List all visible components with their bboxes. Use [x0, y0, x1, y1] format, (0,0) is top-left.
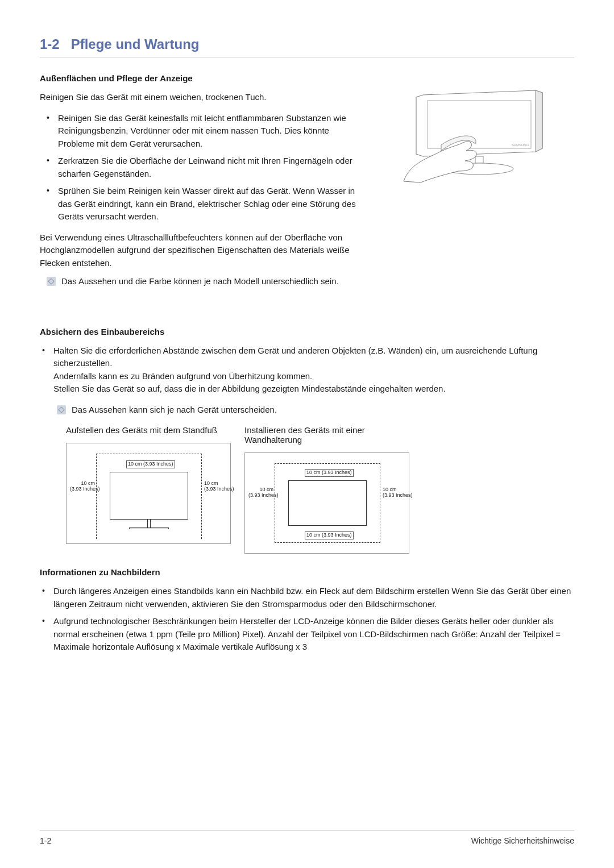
dim-label-left: 10 cm(3.93 Inches)	[70, 481, 95, 492]
page-footer: 1-2 Wichtige Sicherheitshinweise	[40, 830, 574, 845]
footer-right: Wichtige Sicherheitshinweise	[471, 836, 574, 845]
bullet-list: Reinigen Sie das Gerät keinesfalls mit l…	[40, 112, 358, 223]
note-text: Das Aussehen und die Farbe können je nac…	[61, 275, 339, 288]
list-item: Halten Sie die erforderlichen Abstände z…	[51, 344, 574, 396]
bullet-list: Halten Sie die erforderlichen Abstände z…	[40, 344, 574, 396]
svg-rect-2	[428, 101, 531, 148]
subheading-surfaces: Außenflächen und Pflege der Anzeige	[40, 73, 358, 83]
note: Das Aussehen kann sich je nach Gerät unt…	[40, 404, 574, 417]
paragraph: Bei Verwendung eines Ultraschallluftbefe…	[40, 231, 358, 270]
svg-rect-4	[475, 156, 483, 163]
section-number: 1-2	[40, 36, 60, 52]
note-icon	[47, 277, 56, 286]
footer-left: 1-2	[40, 836, 51, 845]
dim-label-bottom: 10 cm (3.93 Inches)	[305, 531, 354, 539]
list-item: Durch längeres Anzeigen eines Standbilds…	[51, 585, 574, 610]
note-text: Das Aussehen kann sich je nach Gerät unt…	[72, 404, 277, 417]
dim-label-left: 10 cm(3.93 Inches)	[248, 487, 273, 499]
section-title: Pflege und Wartung	[71, 36, 200, 52]
note: Das Aussehen und die Farbe können je nac…	[40, 275, 358, 288]
dim-label-top: 10 cm (3.93 Inches)	[126, 460, 175, 468]
subheading-clearance: Absichern des Einbaubereichs	[40, 327, 574, 337]
dim-label-right: 10 cm(3.93 Inches)	[204, 481, 233, 492]
list-item-text: Halten Sie die erforderlichen Abstände z…	[53, 346, 537, 368]
dim-label-right: 10 cm(3.93 Inches)	[383, 487, 411, 499]
list-item-text: Stellen Sie das Gerät so auf, dass die i…	[53, 384, 446, 393]
bullet-list: Durch längeres Anzeigen eines Standbilds…	[40, 585, 574, 654]
diagram-caption-stand: Aufstellen des Geräts mit dem Standfuß	[66, 425, 231, 435]
diagram-stand: 10 cm (3.93 Inches) 10 cm(3.93 Inches) 1…	[66, 443, 231, 544]
clearance-diagrams: Aufstellen des Geräts mit dem Standfuß 1…	[66, 425, 574, 554]
list-item: Aufgrund technologischer Beschränkungen …	[51, 615, 574, 654]
list-item: Zerkratzen Sie die Oberfläche der Leinwa…	[56, 155, 358, 180]
diagram-caption-wall: Installieren des Geräts mit einer Wandha…	[244, 425, 409, 445]
section-header: 1-2 Pflege und Wartung	[40, 36, 574, 57]
svg-text:SAMSUNG: SAMSUNG	[512, 143, 529, 147]
list-item-text: Andernfalls kann es zu Bränden aufgrund …	[53, 371, 312, 381]
note-icon	[57, 405, 66, 414]
subheading-afterimage: Informationen zu Nachbildern	[40, 567, 574, 577]
monitor-cleaning-illustration: SAMSUNG	[392, 85, 563, 187]
dim-label-top: 10 cm (3.93 Inches)	[305, 469, 354, 477]
list-item: Sprühen Sie beim Reinigen kein Wasser di…	[56, 185, 358, 223]
diagram-wallmount: 10 cm (3.93 Inches) 10 cm (3.93 Inches) …	[244, 452, 409, 554]
intro-text: Reinigen Sie das Gerät mit einem weichen…	[40, 91, 358, 104]
svg-marker-1	[536, 90, 542, 152]
list-item: Reinigen Sie das Gerät keinesfalls mit l…	[56, 112, 358, 151]
